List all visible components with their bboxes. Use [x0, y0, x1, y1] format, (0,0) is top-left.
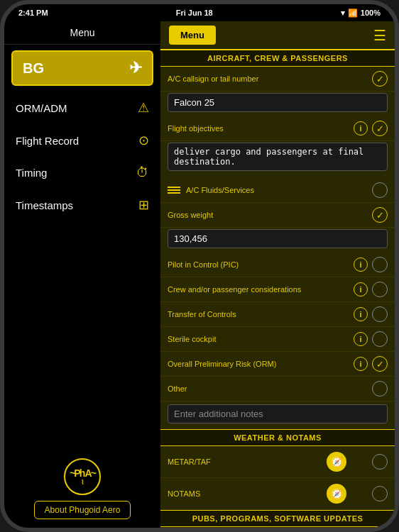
callsign-actions: ✓ — [372, 71, 388, 87]
fluids-actions: ○ — [372, 182, 388, 198]
panel-menu-button[interactable]: Menu — [169, 26, 216, 45]
plane-icon: ✈ — [129, 59, 142, 77]
fluids-lines-icon — [168, 187, 180, 194]
main-content: Menu BG ✈ ORM/ADM ⚠ Flight Record ⊙ Timi… — [4, 21, 395, 528]
callsign-label: A/C callsign or tail number — [168, 74, 372, 83]
orm-row: Overall Preliminary Risk (ORM) i ✓ — [160, 352, 395, 377]
panel-header: Menu ☰ — [160, 21, 395, 50]
sterile-cockpit-actions: i ○ — [354, 331, 388, 347]
battery-indicator: 📶 — [348, 9, 358, 18]
crew-label: Crew and/or passenger considerations — [168, 285, 354, 294]
record-icon: ⊙ — [138, 133, 149, 148]
warning-icon: ⚠ — [138, 100, 149, 116]
sterile-cockpit-info[interactable]: i — [354, 332, 368, 346]
orm-actions: i ✓ — [354, 356, 388, 372]
metar-check[interactable]: ○ — [372, 454, 388, 470]
pic-info[interactable]: i — [354, 257, 368, 272]
sidebar: Menu BG ✈ ORM/ADM ⚠ Flight Record ⊙ Timi… — [4, 21, 160, 528]
callsign-check[interactable]: ✓ — [372, 71, 388, 87]
metar-compass-icon[interactable]: 🧭 — [327, 452, 346, 472]
sidebar-header: Menu — [4, 21, 160, 45]
metar-taf-label: METAR/TAF — [168, 458, 321, 466]
wifi-icon: ▾ — [341, 9, 345, 18]
metar-taf-row: METAR/TAF 🧭 ○ — [160, 446, 395, 478]
logo-wings: ~Ph A~ — [70, 467, 95, 479]
flight-objectives-label: Flight objectives — [168, 124, 354, 133]
pic-actions: i ○ — [354, 257, 388, 272]
fluids-check[interactable]: ○ — [372, 182, 388, 198]
pic-row: Pilot in Control (PIC) i ○ — [160, 253, 395, 277]
fluids-row: A/C Fluids/Services ○ — [160, 178, 395, 203]
fluids-label: A/C Fluids/Services — [186, 186, 366, 194]
section-weather-header: WEATHER & NOTAMS — [160, 429, 395, 446]
gross-weight-input-row — [160, 228, 395, 253]
callsign-input-row — [160, 92, 395, 116]
gross-weight-input[interactable] — [168, 229, 388, 248]
crew-info[interactable]: i — [354, 282, 368, 297]
bg-button[interactable]: BG ✈ — [11, 50, 153, 86]
transfer-controls-actions: i ○ — [354, 306, 388, 322]
transfer-controls-row: Transfer of Controls i ○ — [160, 302, 395, 327]
flight-record-label: Flight Record — [16, 135, 79, 147]
sterile-cockpit-check[interactable]: ○ — [372, 331, 388, 347]
flight-objectives-input[interactable]: deliver cargo and passengers at final de… — [168, 143, 388, 171]
timer-icon: ⏱ — [136, 165, 149, 180]
timing-label: Timing — [16, 167, 47, 179]
gross-weight-actions: ✓ — [372, 207, 388, 223]
sidebar-item-timing[interactable]: Timing ⏱ — [4, 157, 160, 189]
callsign-row: A/C callsign or tail number ✓ — [160, 67, 395, 92]
status-date: Fri Jun 18 — [176, 9, 213, 17]
orm-label: Overall Preliminary Risk (ORM) — [168, 360, 354, 368]
crew-row: Crew and/or passenger considerations i ○ — [160, 277, 395, 302]
sidebar-item-orm-adm[interactable]: ORM/ADM ⚠ — [4, 92, 160, 124]
other-actions: ○ — [372, 381, 388, 397]
orm-check[interactable]: ✓ — [372, 356, 388, 372]
other-row: Other ○ — [160, 377, 395, 401]
pic-label: Pilot in Control (PIC) — [168, 260, 354, 269]
hamburger-icon[interactable]: ☰ — [373, 27, 386, 44]
timestamps-label: Timestamps — [16, 199, 73, 211]
transfer-controls-check[interactable]: ○ — [372, 306, 388, 322]
additional-notes-input[interactable] — [168, 404, 388, 423]
sidebar-item-timestamps[interactable]: Timestamps ⊞ — [4, 189, 160, 221]
other-label: Other — [168, 384, 372, 393]
sterile-cockpit-row: Sterile cockpit i ○ — [160, 327, 395, 352]
flight-objectives-actions: i ✓ — [354, 121, 388, 136]
sidebar-logo: ~Ph A~ ⌇ About Phugoid Aero — [4, 450, 160, 528]
grid-icon: ⊞ — [138, 197, 149, 213]
device-frame: 2:41 PM Fri Jun 18 ▾ 📶 100% Menu BG ✈ OR… — [0, 0, 399, 532]
flight-objectives-info[interactable]: i — [354, 121, 368, 135]
other-check[interactable]: ○ — [372, 381, 388, 397]
gross-weight-check[interactable]: ✓ — [372, 207, 388, 223]
flight-objectives-input-row: deliver cargo and passengers at final de… — [160, 141, 395, 178]
notams-check[interactable]: ○ — [372, 486, 388, 501]
sterile-cockpit-label: Sterile cockpit — [168, 335, 354, 343]
notams-compass-icon[interactable]: 🧭 — [327, 484, 346, 504]
orm-adm-label: ORM/ADM — [16, 102, 67, 114]
pic-check[interactable]: ○ — [372, 257, 388, 272]
orm-info[interactable]: i — [354, 357, 368, 371]
transfer-controls-label: Transfer of Controls — [168, 310, 354, 318]
crew-check[interactable]: ○ — [372, 282, 388, 297]
logo-text: ⌇ — [70, 479, 95, 487]
notams-label: NOTAMS — [168, 489, 321, 498]
callsign-input[interactable] — [168, 93, 388, 112]
right-panel[interactable]: Menu ☰ AIRCRAFT, CREW & PASSENGERS A/C c… — [160, 21, 395, 528]
flight-objectives-check[interactable]: ✓ — [372, 121, 388, 136]
gross-weight-row: Gross weight ✓ — [160, 203, 395, 228]
status-bar: 2:41 PM Fri Jun 18 ▾ 📶 100% — [4, 4, 395, 21]
section-aircraft-header: AIRCRAFT, CREW & PASSENGERS — [160, 50, 395, 67]
bg-label: BG — [23, 60, 44, 77]
additional-notes-row — [160, 401, 395, 429]
notams-row: NOTAMS 🧭 ○ — [160, 478, 395, 510]
sidebar-item-flight-record[interactable]: Flight Record ⊙ — [4, 124, 160, 157]
transfer-controls-info[interactable]: i — [354, 307, 368, 321]
logo-circle: ~Ph A~ ⌇ — [64, 458, 101, 495]
battery-percent: 100% — [361, 9, 381, 17]
about-button[interactable]: About Phugoid Aero — [34, 501, 131, 519]
gross-weight-label: Gross weight — [168, 211, 372, 219]
flight-objectives-row: Flight objectives i ✓ — [160, 116, 395, 141]
crew-actions: i ○ — [354, 282, 388, 297]
status-time: 2:41 PM — [18, 9, 48, 17]
section-pubs-header: PUBS, PROGRAMS, SOFTWARE UPDATES — [160, 510, 395, 527]
